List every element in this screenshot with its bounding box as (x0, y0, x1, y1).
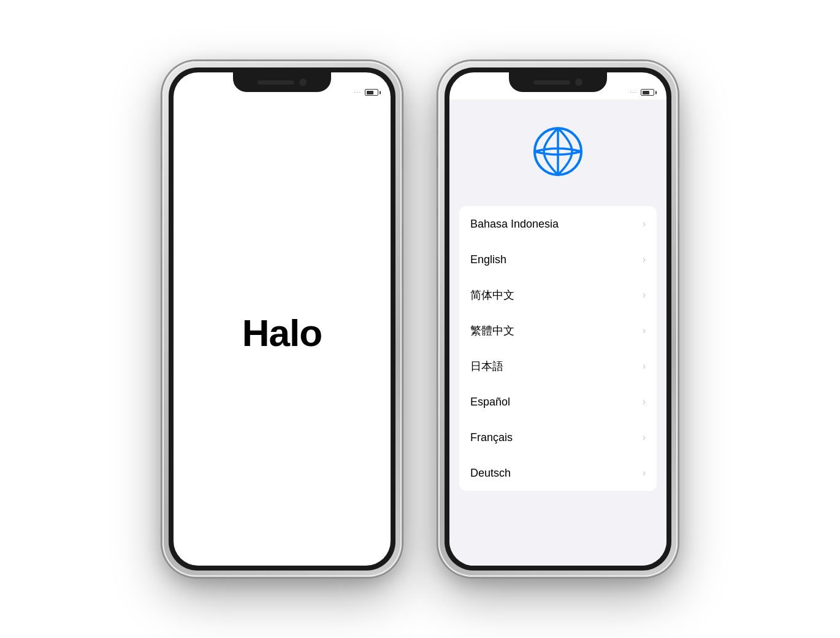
language-item-german[interactable]: Deutsch› (459, 455, 657, 491)
battery-fill-2 (643, 91, 650, 94)
language-item-french[interactable]: Français› (459, 420, 657, 455)
chevron-icon-spanish: › (643, 396, 646, 407)
signal-dots-1: ··· (354, 90, 362, 95)
language-item-simplified-chinese[interactable]: 简体中文› (459, 277, 657, 313)
front-camera (299, 79, 307, 86)
speaker-grille-2 (533, 80, 570, 85)
language-name-japanese: 日本語 (470, 359, 503, 374)
mute-button-2 (437, 135, 438, 156)
chevron-icon-japanese: › (643, 361, 646, 372)
iphone-2: ··· (438, 61, 678, 577)
hello-screen: Halo (174, 99, 391, 566)
signal-dots-2: ··· (630, 90, 638, 95)
speaker-grille (258, 80, 294, 85)
language-list: Bahasa Indonesia›English›简体中文›繁體中文›日本語›E… (459, 206, 657, 491)
globe-icon (530, 124, 586, 179)
hello-text: Halo (242, 311, 322, 355)
language-item-spanish[interactable]: Español› (459, 384, 657, 420)
power-button-2 (678, 169, 679, 224)
chevron-icon-french: › (643, 432, 646, 443)
chevron-icon-english: › (643, 254, 646, 265)
volume-down-button (161, 218, 162, 258)
language-name-spanish: Español (470, 396, 510, 409)
language-name-english: English (470, 253, 506, 266)
iphone-2-inner: ··· (445, 67, 671, 571)
language-item-traditional-chinese[interactable]: 繁體中文› (459, 313, 657, 348)
language-name-german: Deutsch (470, 467, 511, 480)
phones-container: ··· Halo (162, 61, 678, 577)
volume-down-button-2 (437, 218, 438, 258)
language-name-french: Français (470, 431, 513, 444)
battery-icon-2 (641, 89, 654, 96)
iphone-1-screen: ··· Halo (174, 72, 391, 566)
battery-icon-1 (365, 89, 378, 96)
mute-button (161, 135, 162, 156)
language-name-traditional-chinese: 繁體中文 (470, 323, 514, 338)
language-name-simplified-chinese: 简体中文 (470, 288, 514, 302)
volume-up-button (161, 169, 162, 209)
front-camera-2 (575, 79, 582, 86)
notch-1 (233, 72, 331, 92)
chevron-icon-german: › (643, 467, 646, 479)
notch-2 (509, 72, 607, 92)
globe-icon-container (530, 124, 586, 182)
language-item-bahasa-indonesia[interactable]: Bahasa Indonesia› (459, 206, 657, 242)
volume-up-button-2 (437, 169, 438, 209)
iphone-1-inner: ··· Halo (169, 67, 395, 571)
iphone-1: ··· Halo (162, 61, 402, 577)
battery-fill-1 (367, 91, 374, 94)
iphone-2-screen: ··· (449, 72, 666, 566)
language-name-bahasa-indonesia: Bahasa Indonesia (470, 218, 559, 231)
status-bar-right-2: ··· (630, 89, 654, 96)
status-bar-right-1: ··· (354, 89, 378, 96)
chevron-icon-bahasa-indonesia: › (643, 218, 646, 229)
chevron-icon-simplified-chinese: › (643, 290, 646, 301)
chevron-icon-traditional-chinese: › (643, 325, 646, 336)
language-item-english[interactable]: English› (459, 242, 657, 277)
language-screen: Bahasa Indonesia›English›简体中文›繁體中文›日本語›E… (449, 99, 666, 566)
language-item-japanese[interactable]: 日本語› (459, 348, 657, 384)
power-button (402, 169, 403, 224)
